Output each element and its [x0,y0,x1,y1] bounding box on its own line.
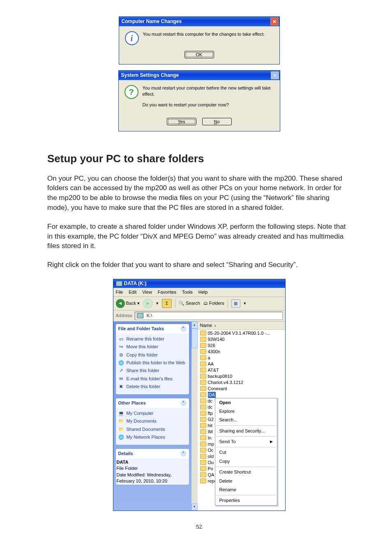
menu-item-label: Create Shortcut [219,469,251,475]
scrollbar[interactable]: ▴ ▾ [191,322,198,511]
folder-name: mp [208,441,214,447]
table-row[interactable]: AA [198,361,285,367]
folder-icon [200,405,206,409]
table-row[interactable]: 93W140 [198,336,285,343]
folder-icon [200,411,206,416]
scroll-up-icon[interactable]: ▴ [191,322,198,329]
ok-button[interactable]: OK [184,51,214,58]
task-label: Share this folder [127,368,159,374]
place-link[interactable]: 🌐My Network Places [118,433,187,441]
task-link[interactable]: ↗Share this folder [118,367,187,375]
context-menu-item[interactable]: Properties [215,496,277,505]
up-folder-button[interactable] [162,299,172,308]
context-menu-item[interactable]: Copy [215,457,277,466]
menu-item-label: Send To [219,439,236,445]
search-button[interactable]: 🔍Search [179,300,200,306]
folder-name: backup0810 [208,373,233,380]
folder-icon [200,361,206,366]
context-menu-item[interactable]: Search... [215,416,277,424]
context-menu[interactable]: OpenExploreSearch...Sharing and Security… [215,398,277,506]
close-icon[interactable]: ✕ [270,18,279,25]
scroll-thumb[interactable] [191,329,198,348]
folder-name: dc [208,398,213,404]
views-button[interactable]: ▦ [231,299,240,308]
section-heading: Setup your PC to share folders [47,151,351,166]
folder-icon [200,478,206,483]
panel-title: Other Places [118,400,146,406]
folder-icon [200,331,206,336]
place-link[interactable]: 📁My Documents [118,417,187,425]
menu-item-label: Copy [219,458,230,465]
folder-name: 05-20-2004 V3.1.47R00.1.0 -... [208,330,270,336]
panel-other-places: Other Places ˄ 💻My Computer📁My Documents… [116,398,189,445]
context-menu-item[interactable]: Cut [215,448,277,457]
table-row[interactable]: 05-20-2004 V3.1.47R00.1.0 -... [198,330,285,336]
menu-tools[interactable]: Tools [182,289,193,295]
context-menu-item[interactable]: Open [215,398,277,407]
folder-name: AT&T [208,367,219,373]
folder-name: dc [208,404,213,410]
table-row[interactable]: 926 [198,343,285,349]
folder-name: 926 [208,343,215,349]
table-row[interactable]: DA [198,392,285,398]
folder-icon [200,349,206,354]
separator [175,299,175,308]
menu-file[interactable]: File [116,289,123,295]
back-button[interactable]: ◄ Back ▾ [116,299,140,308]
table-row[interactable]: Chariot.v4.3.1212 [198,380,285,386]
table-row[interactable]: AT&T [198,367,285,373]
panel-header[interactable]: File and Folder Tasks ˄ [116,324,189,334]
menu-bar[interactable]: File Edit View Favorites Tools Help [113,288,285,297]
forward-button[interactable]: ► [143,299,153,308]
titlebar: System Settings Change ✕ [119,71,280,80]
context-menu-item[interactable]: Send To▶ [215,437,277,446]
place-label: Shared Documents [127,426,165,432]
menu-favorites[interactable]: Favorites [158,289,176,295]
explorer-titlebar: DATA (K:) [113,279,285,288]
context-menu-item[interactable]: Delete [215,477,277,485]
chevron-up-icon: ˄ [180,326,187,332]
table-row[interactable]: a [198,355,285,361]
panel-file-tasks: File and Folder Tasks ˄ ▭Rename this fol… [116,324,189,394]
folder-icon [200,374,206,379]
menu-edit[interactable]: Edit [129,289,136,295]
explorer-window: DATA (K:) File Edit View Favorites Tools… [113,279,286,511]
folder-name: hit [208,423,213,429]
toolbar: ◄ Back ▾ ► ▾ 🔍Search 🗂Folders ▦▾ [113,297,285,310]
context-menu-item[interactable]: Rename [215,485,277,494]
task-link[interactable]: ⧉Copy this folder [118,351,187,359]
menu-help[interactable]: Help [198,289,208,295]
task-link[interactable]: ↪Move this folder [118,343,187,351]
place-link[interactable]: 📁Shared Documents [118,426,187,433]
context-menu-item[interactable]: Create Shortcut [215,468,277,476]
panel-header[interactable]: Details ˄ [116,449,189,458]
task-icon: ✖ [118,384,124,390]
folders-button[interactable]: 🗂Folders [203,300,224,306]
context-menu-item[interactable]: Explore [215,407,277,416]
paragraph-3: Right click on the folder that you want … [47,260,351,270]
panel-header[interactable]: Other Places ˄ [116,398,189,408]
menu-item-label: Rename [219,487,237,493]
yes-button[interactable]: Yes [167,118,196,125]
task-link[interactable]: ▭Rename this folder [118,335,187,343]
task-link[interactable]: 🌐Publish this folder to the Web [118,359,187,367]
scroll-down-icon[interactable]: ▾ [191,504,198,511]
table-row[interactable]: Conexant [198,386,285,392]
place-icon: 📁 [118,419,124,424]
menu-view[interactable]: View [142,289,152,295]
details-name: DATA [117,459,188,465]
table-row[interactable]: 4300n [198,349,285,355]
address-input[interactable]: K:\ [135,312,283,320]
menu-item-label: Open [219,400,231,406]
table-row[interactable]: backup0810 [198,373,285,380]
task-link[interactable]: ✉E-mail this folder's files [118,375,187,383]
context-menu-item[interactable]: Sharing and Security... [215,427,277,435]
back-label: Back [126,300,136,306]
column-header-name[interactable]: Name ▲ [198,322,285,330]
window-title: DATA (K:) [116,280,147,287]
folder-name: In [208,435,212,441]
details-type: File Folder [117,465,188,472]
task-link[interactable]: ✖Delete this folder [118,383,187,391]
place-link[interactable]: 💻My Computer [118,409,187,417]
no-button[interactable]: No [202,118,232,125]
